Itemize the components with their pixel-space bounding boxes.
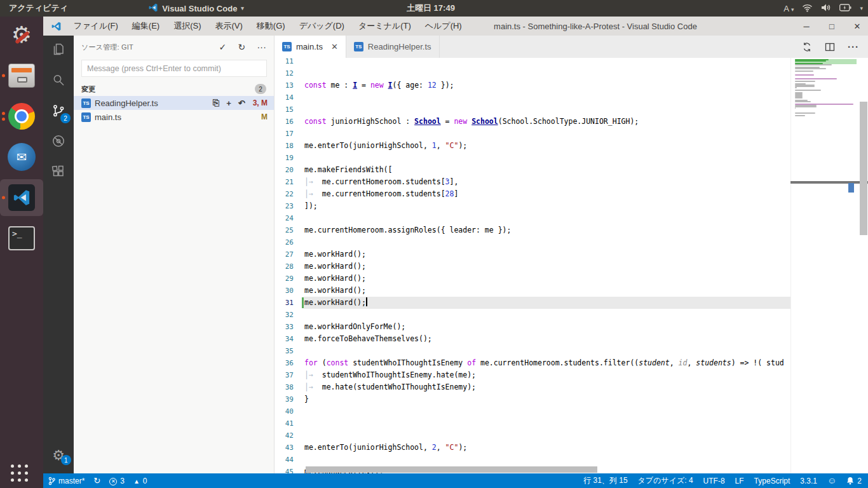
activity-debug-button[interactable]: [43, 127, 74, 158]
code-line-39[interactable]: 39}: [275, 393, 790, 405]
minimap[interactable]: [790, 58, 859, 473]
code-line-16[interactable]: 16const juniorHighSchool : School = new …: [275, 116, 790, 128]
line-number: 41: [275, 417, 294, 430]
code-line-29[interactable]: 29me.workHard();: [275, 273, 790, 285]
code-line-18[interactable]: 18me.enterTo(juniorHighSchool, 1, "C");: [275, 140, 790, 152]
code-line-17[interactable]: 17: [275, 128, 790, 140]
chevron-down-icon[interactable]: ▾: [860, 5, 863, 11]
code-line-30[interactable]: 30me.workHard();: [275, 285, 790, 297]
dock-item-vscode[interactable]: [0, 179, 43, 216]
file-row[interactable]: TSmain.tsM: [74, 110, 274, 124]
status-git-branch[interactable]: master*: [48, 477, 85, 485]
code-editor[interactable]: 111213const me : I = new I({ age: 12 });…: [275, 58, 868, 473]
manage-button[interactable]: ⚙1: [43, 443, 74, 468]
activity-extensions-button[interactable]: [43, 158, 74, 188]
tab-ReadingHelper-ts[interactable]: TSReadingHelper.ts: [346, 36, 440, 58]
code-line-15[interactable]: 15: [275, 104, 790, 116]
more-actions-button[interactable]: ···: [257, 42, 266, 52]
menu-item-1[interactable]: 編集(E): [126, 18, 165, 34]
horizontal-scrollbar[interactable]: [306, 466, 597, 473]
menu-item-2[interactable]: 選択(S): [168, 18, 207, 34]
menu-item-4[interactable]: 移動(G): [251, 18, 291, 34]
code-line-34[interactable]: 34me.forceToBehaveThemselves();: [275, 333, 790, 345]
menu-item-0[interactable]: ファイル(F): [68, 18, 124, 34]
code-lines[interactable]: 111213const me : I = new I({ age: 12 });…: [275, 58, 790, 473]
tab-main-ts[interactable]: TSmain.ts✕: [275, 36, 346, 58]
activity-explorer-button[interactable]: [43, 36, 74, 66]
status-item-right-4[interactable]: TypeScript: [754, 477, 790, 485]
status-item-right-3[interactable]: LF: [735, 477, 744, 485]
code-line-28[interactable]: 28me.workHard();: [275, 261, 790, 273]
status-sync[interactable]: ↻: [93, 477, 100, 485]
status-error[interactable]: ✕3: [109, 476, 125, 485]
scrollbar-thumb[interactable]: [860, 102, 867, 235]
volume-icon[interactable]: [821, 3, 831, 14]
clock[interactable]: 土曜日 17:49: [407, 3, 455, 14]
wifi-icon[interactable]: [802, 3, 813, 14]
app-menu[interactable]: Visual Studio Code ▾: [148, 3, 244, 15]
dock-item-chrome[interactable]: [0, 98, 43, 135]
dock-item-file-manager[interactable]: [0, 57, 43, 94]
battery-icon[interactable]: [839, 4, 851, 13]
code-line-36[interactable]: 36for (const studentWhoIThoughtIsEnemy o…: [275, 357, 790, 369]
code-line-21[interactable]: 21│→ me.currentHomeroom.students[3],: [275, 176, 790, 188]
code-line-26[interactable]: 26: [275, 236, 790, 248]
discard-changes-button[interactable]: ↶: [238, 98, 245, 108]
code-line-44[interactable]: 44: [275, 454, 790, 466]
dock-item-terminal[interactable]: >_: [0, 220, 43, 257]
code-text: me.workHard();: [304, 248, 366, 261]
code-line-24[interactable]: 24: [275, 212, 790, 224]
maximize-button[interactable]: □: [827, 22, 836, 31]
code-line-32[interactable]: 32: [275, 309, 790, 321]
file-row[interactable]: TSReadingHelper.ts⎘+↶3, M: [74, 96, 274, 110]
menu-item-3[interactable]: 表示(V): [210, 18, 248, 34]
code-line-37[interactable]: 37│→ studentWhoIThoughtIsEnemy.hate(me);: [275, 369, 790, 381]
code-line-19[interactable]: 19: [275, 152, 790, 164]
code-line-43[interactable]: 43me.enterTo(juniorHighSchool, 2, "C");: [275, 442, 790, 454]
code-line-38[interactable]: 38│→ me.hate(studentWhoIThoughtIsEnemy);: [275, 381, 790, 393]
activity-search-button[interactable]: [43, 66, 74, 97]
code-line-41[interactable]: 41: [275, 417, 790, 430]
activities-button[interactable]: アクティビティ: [0, 3, 77, 14]
code-line-14[interactable]: 14: [275, 92, 790, 104]
more-actions-button[interactable]: ···: [848, 41, 859, 52]
code-line-31[interactable]: 31me.workHard();: [275, 297, 790, 309]
changes-section-header[interactable]: 変更 2: [74, 82, 274, 96]
open-changes-button[interactable]: [802, 42, 812, 52]
ime-indicator[interactable]: A ▾: [783, 4, 794, 13]
status-feedback-smiley[interactable]: ☺: [827, 476, 836, 485]
split-editor-button[interactable]: [825, 42, 835, 52]
code-line-42[interactable]: 42: [275, 430, 790, 442]
status-item-right-5[interactable]: 3.3.1: [800, 477, 817, 485]
code-line-12[interactable]: 12: [275, 67, 790, 79]
dock-item-system-settings[interactable]: ⚙: [0, 17, 43, 53]
code-line-35[interactable]: 35: [275, 345, 790, 357]
code-line-27[interactable]: 27me.workHard();: [275, 248, 790, 261]
status-item-right-1[interactable]: タブのサイズ: 4: [638, 475, 693, 486]
minimize-button[interactable]: ─: [802, 22, 811, 31]
code-line-20[interactable]: 20me.makeFriendsWith([: [275, 164, 790, 176]
menu-item-5[interactable]: デバッグ(D): [294, 18, 350, 34]
open-file-button[interactable]: ⎘: [213, 98, 219, 108]
code-line-33[interactable]: 33me.workHardOnlyForMe();: [275, 321, 790, 333]
stage-changes-button[interactable]: +: [226, 98, 231, 108]
close-tab-icon[interactable]: ✕: [331, 42, 338, 51]
code-line-23[interactable]: 23]);: [275, 200, 790, 212]
code-line-25[interactable]: 25me.currentHomeroom.assignRoles({ leade…: [275, 224, 790, 236]
status-item-right-2[interactable]: UTF-8: [703, 477, 725, 485]
commit-check-button[interactable]: ✓: [219, 42, 227, 52]
status-item-right-0[interactable]: 行 31、列 15: [583, 475, 627, 486]
vertical-scrollbar[interactable]: [859, 58, 868, 473]
commit-message-input[interactable]: [81, 60, 267, 77]
dock-item-thunderbird[interactable]: ✉: [0, 139, 43, 175]
show-applications-button[interactable]: [11, 464, 28, 482]
refresh-button[interactable]: ↻: [238, 42, 245, 52]
code-line-11[interactable]: 11: [275, 58, 790, 67]
status-warning[interactable]: ▲0: [133, 477, 147, 485]
close-button[interactable]: ✕: [853, 22, 862, 31]
code-line-22[interactable]: 22│→ me.currentHomeroom.students[28]: [275, 188, 790, 200]
code-line-40[interactable]: 40: [275, 405, 790, 417]
code-line-13[interactable]: 13const me : I = new I({ age: 12 });: [275, 79, 790, 92]
activity-source-control-button[interactable]: 2: [43, 97, 74, 127]
status-bell[interactable]: 2: [846, 477, 862, 485]
